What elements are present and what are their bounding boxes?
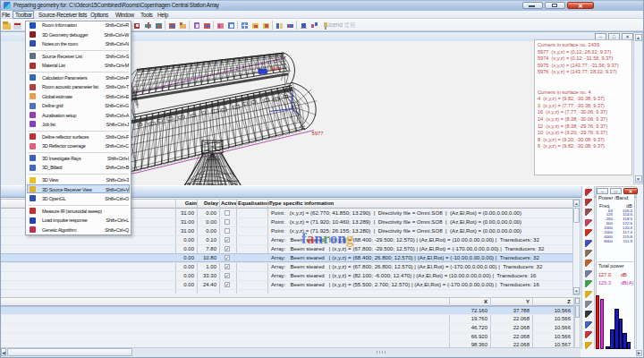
svg-text:5977: 5977 xyxy=(312,131,324,136)
svg-text:5979: 5979 xyxy=(270,66,281,72)
